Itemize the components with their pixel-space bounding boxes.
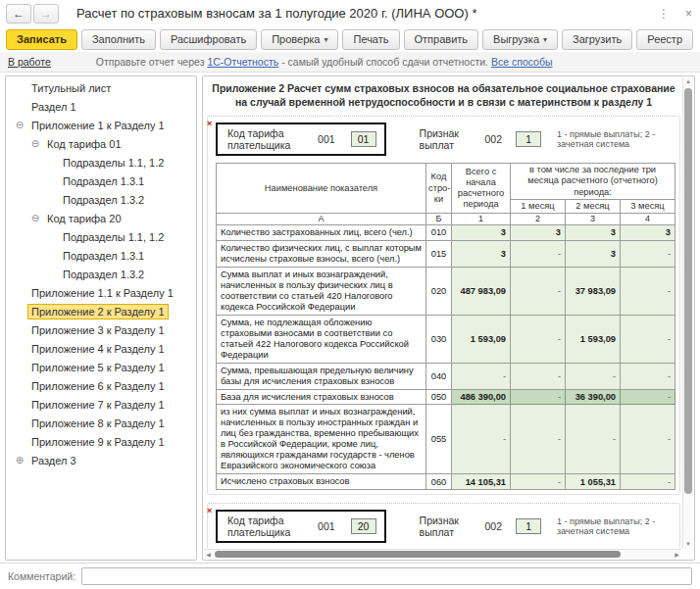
scroll-left-icon[interactable]: ◀ <box>204 550 213 560</box>
value-cell[interactable]: 36 390,00 <box>566 389 621 405</box>
sidebar-item[interactable]: Подраздел 1.3.1 <box>6 172 196 190</box>
chevron-down-icon: ▾ <box>324 35 327 44</box>
1c-reporting-link[interactable]: 1С-Отчетность <box>207 56 278 68</box>
all-methods-link[interactable]: Все способы <box>491 56 553 68</box>
payout-value-input[interactable]: 1 <box>516 131 541 147</box>
value-cell[interactable]: - <box>621 474 675 490</box>
save-button[interactable]: Записать <box>6 29 77 50</box>
sidebar-item-label: Приложение 9 к Разделу 1 <box>27 434 169 450</box>
value-cell[interactable]: - <box>621 363 675 389</box>
value-cell[interactable]: - <box>452 405 511 474</box>
collapse-icon[interactable]: ⊖ <box>27 213 43 223</box>
sidebar-item[interactable]: ⊖Приложение 1 к Разделу 1 <box>6 116 196 134</box>
value-cell[interactable]: 14 105,31 <box>452 474 511 490</box>
status-state-link[interactable]: В работе <box>8 56 51 68</box>
value-cell[interactable]: - <box>511 474 566 490</box>
sidebar-item-label: Подразделы 1.1, 1.2 <box>59 155 168 171</box>
value-cell[interactable]: 3 <box>566 224 621 240</box>
value-cell[interactable]: - <box>621 315 675 363</box>
expand-icon[interactable]: ⊕ <box>12 455 27 466</box>
sidebar-item[interactable]: Приложение 7 к Разделу 1 <box>6 395 196 414</box>
tariff-code-input[interactable]: 01 <box>351 131 376 147</box>
value-cell[interactable]: - <box>566 363 621 389</box>
sidebar-item[interactable]: Подразделы 1.1, 1.2 <box>6 153 196 172</box>
more-menu-icon[interactable]: ⋮ <box>658 7 670 21</box>
forward-button[interactable]: → <box>33 4 59 24</box>
scroll-down-icon[interactable]: ▼ <box>683 540 693 549</box>
value-cell[interactable]: 3 <box>566 240 621 267</box>
back-button[interactable]: ← <box>6 4 31 24</box>
value-cell[interactable]: - <box>621 267 675 315</box>
value-cell[interactable]: 1 055,31 <box>566 474 621 490</box>
value-cell[interactable]: 3 <box>452 240 511 267</box>
sidebar-item[interactable]: Подраздел 1.3.1 <box>6 246 196 265</box>
value-cell[interactable]: - <box>511 363 566 389</box>
sidebar-item[interactable]: Подраздел 1.3.2 <box>6 265 196 283</box>
value-cell[interactable]: - <box>511 389 566 405</box>
value-cell[interactable]: - <box>511 405 566 474</box>
send-button[interactable]: Отправить <box>404 29 479 50</box>
value-cell[interactable]: 1 593,09 <box>566 315 621 363</box>
sidebar-item[interactable]: ⊖Код тарифа 01 <box>6 134 196 153</box>
value-cell[interactable]: - <box>511 315 566 363</box>
sidebar-item-label: Подраздел 1.3.2 <box>59 192 148 208</box>
sidebar-item[interactable]: Раздел 1 <box>6 97 196 116</box>
payout-value-input[interactable]: 1 <box>516 518 541 534</box>
print-button[interactable]: Печать <box>342 29 399 50</box>
value-cell[interactable]: 3 <box>621 224 675 240</box>
sidebar-item[interactable]: Приложение 3 к Разделу 1 <box>6 320 196 339</box>
scroll-right-icon[interactable]: ▶ <box>673 550 681 560</box>
sidebar-item[interactable]: Приложение 1.1 к Разделу 1 <box>6 283 196 302</box>
sidebar-item-label: Приложение 1 к Разделу 1 <box>27 118 169 133</box>
value-cell[interactable]: 1 593,09 <box>452 315 511 363</box>
value-cell[interactable]: 3 <box>452 224 511 240</box>
sidebar-item[interactable]: Приложение 8 к Разделу 1 <box>6 414 196 432</box>
value-cell[interactable]: - <box>621 240 675 267</box>
table-row: Количество застрахованных лиц, всего (че… <box>217 224 675 240</box>
value-cell[interactable]: 486 390,00 <box>452 389 511 405</box>
sidebar-item[interactable]: Титульный лист <box>6 78 196 97</box>
col-header-month-1: 1 месяц <box>511 199 566 213</box>
registry-button[interactable]: Реестр <box>636 29 693 50</box>
fill-button[interactable]: Заполнить <box>81 29 156 50</box>
value-cell[interactable]: - <box>566 405 621 474</box>
vertical-scrollbar[interactable]: ▲ ▼ <box>682 77 693 549</box>
check-button[interactable]: Проверка▾ <box>261 29 338 50</box>
sidebar-item[interactable]: Подраздел 1.3.2 <box>6 190 196 209</box>
indicator-name: из них сумма выплат и иных вознаграждени… <box>217 405 426 474</box>
sidebar-item-label: Приложение 7 к Разделу 1 <box>27 397 169 413</box>
horizontal-scroll-thumb[interactable] <box>215 551 621 558</box>
close-icon[interactable]: × <box>685 7 692 21</box>
value-cell[interactable]: - <box>452 363 511 389</box>
value-cell[interactable]: - <box>621 405 675 474</box>
sidebar-item[interactable]: Подразделы 1.1, 1.2 <box>6 227 196 246</box>
sidebar-item[interactable]: Приложение 9 к Разделу 1 <box>6 432 196 451</box>
sidebar-item[interactable]: Приложение 6 к Разделу 1 <box>6 376 196 395</box>
table-row: из них сумма выплат и иных вознаграждени… <box>217 405 675 474</box>
value-cell[interactable]: 3 <box>511 224 566 240</box>
decrypt-button[interactable]: Расшифровать <box>160 29 257 50</box>
collapse-icon[interactable]: ⊖ <box>12 120 27 130</box>
tariff-code-input[interactable]: 20 <box>351 518 376 534</box>
sidebar-item-label: Титульный лист <box>27 80 115 96</box>
tariff-label: Код тарифа плательщика <box>227 127 302 151</box>
horizontal-scrollbar[interactable]: ◀ ▶ <box>204 549 681 559</box>
vertical-scroll-thumb[interactable] <box>684 88 692 494</box>
scroll-up-icon[interactable]: ▲ <box>683 77 693 86</box>
sidebar-item-label: Подраздел 1.3.1 <box>59 248 148 264</box>
load-button[interactable]: Загрузить <box>562 29 632 50</box>
payout-label: Признак выплат <box>420 127 472 151</box>
value-cell[interactable]: 37 983,09 <box>566 267 621 315</box>
value-cell[interactable]: - <box>511 267 566 315</box>
sidebar-item[interactable]: ⊕Раздел 3 <box>6 451 196 469</box>
collapse-icon[interactable]: ⊖ <box>27 138 43 149</box>
sidebar-item[interactable]: Приложение 2 к Разделу 1 <box>6 302 196 320</box>
sidebar-item[interactable]: Приложение 5 к Разделу 1 <box>6 358 196 376</box>
value-cell[interactable]: - <box>621 389 675 405</box>
comment-input[interactable] <box>81 567 692 585</box>
value-cell[interactable]: - <box>511 240 566 267</box>
sidebar-item[interactable]: ⊖Код тарифа 20 <box>6 209 196 227</box>
export-button[interactable]: Выгрузка▾ <box>482 29 558 50</box>
value-cell[interactable]: 487 983,09 <box>452 267 511 315</box>
sidebar-item[interactable]: Приложение 4 к Разделу 1 <box>6 339 196 358</box>
